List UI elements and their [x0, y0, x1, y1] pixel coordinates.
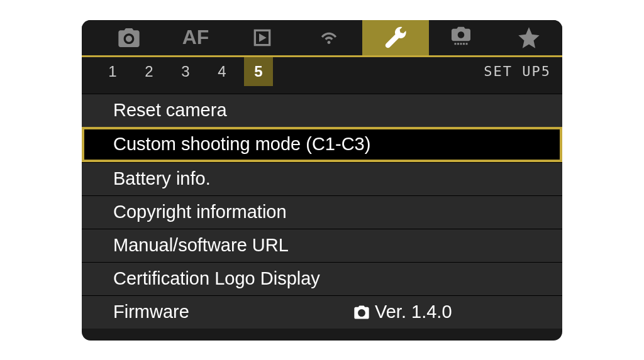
menu-custom-shooting-mode[interactable]: Custom shooting mode (C1-C3): [82, 127, 562, 162]
menu-item-label: Battery info.: [113, 168, 211, 189]
setup-page-label: SET UP5: [484, 63, 551, 79]
menu-item-label: Certification Logo Display: [113, 268, 320, 289]
menu-list: Reset camera Custom shooting mode (C1-C3…: [82, 94, 562, 329]
menu-battery-info[interactable]: Battery info.: [82, 162, 562, 195]
camera-small-icon: [352, 303, 371, 321]
tab-playback[interactable]: [229, 20, 296, 55]
menu-copyright-info[interactable]: Copyright information: [82, 195, 562, 229]
page-1[interactable]: 1: [94, 57, 131, 86]
tab-setup[interactable]: [362, 20, 429, 55]
camera-menu-screen: AF 1 2 3 4 5 SET UP5 Reset camera Custom: [82, 20, 562, 341]
tab-custom[interactable]: [429, 20, 496, 55]
main-tab-row: AF: [82, 20, 562, 55]
star-icon: [516, 25, 541, 50]
firmware-value-group: Ver. 1.4.0: [352, 302, 452, 322]
tab-wireless[interactable]: [296, 20, 362, 55]
custom-camera-icon: [450, 25, 475, 50]
page-number-row: 1 2 3 4 5 SET UP5: [82, 57, 562, 86]
camera-icon: [116, 25, 142, 50]
menu-item-label: Custom shooting mode (C1-C3): [113, 134, 370, 155]
menu-firmware[interactable]: Firmware Ver. 1.4.0: [82, 295, 562, 329]
page-4[interactable]: 4: [204, 57, 240, 86]
tab-favorite[interactable]: [496, 20, 562, 55]
page-3[interactable]: 3: [167, 57, 204, 86]
page-2[interactable]: 2: [131, 57, 167, 86]
menu-reset-camera[interactable]: Reset camera: [82, 94, 562, 127]
menu-manual-url[interactable]: Manual/software URL: [82, 229, 562, 262]
af-label: AF: [182, 26, 209, 49]
menu-item-label: Firmware: [113, 302, 189, 322]
firmware-version: Ver. 1.4.0: [375, 302, 452, 322]
menu-item-label: Copyright information: [113, 202, 287, 222]
tab-af[interactable]: AF: [162, 20, 229, 55]
page-5[interactable]: 5: [244, 57, 273, 86]
tab-camera[interactable]: [96, 20, 162, 55]
menu-certification-logo[interactable]: Certification Logo Display: [82, 262, 562, 295]
playback-icon: [250, 25, 275, 50]
menu-item-label: Reset camera: [113, 100, 227, 121]
menu-item-label: Manual/software URL: [113, 235, 289, 256]
wrench-icon: [383, 25, 408, 50]
wireless-icon: [316, 25, 341, 50]
